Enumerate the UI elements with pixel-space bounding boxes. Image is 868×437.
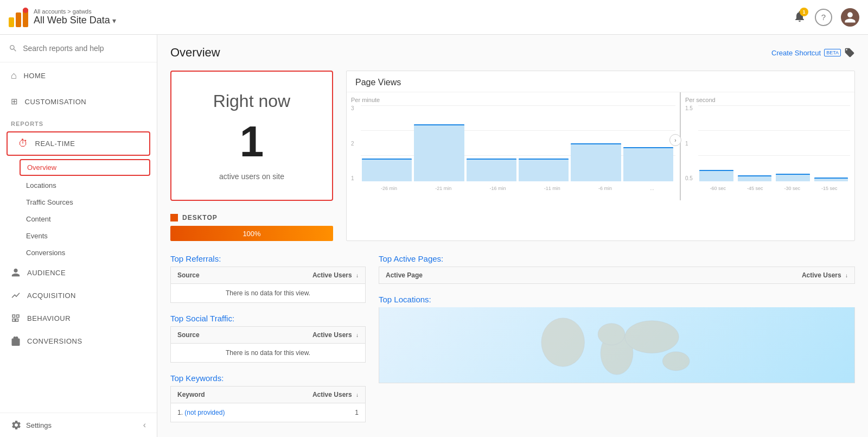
- x-label-dots: ...: [650, 186, 654, 191]
- keyword-num: 1. (not provided): [171, 403, 269, 422]
- ga-logo: [9, 8, 28, 27]
- bar-1: [362, 159, 412, 181]
- x-label-21: -21 min: [435, 186, 451, 191]
- world-map: [379, 307, 854, 383]
- header-right: 1 ?: [793, 8, 859, 27]
- bar-2: [414, 124, 464, 181]
- social-table: Source Active Users ↓ There is no data f…: [170, 326, 366, 363]
- top-referrals-section: Top Referrals: Source Active Users ↓: [170, 254, 366, 303]
- locations-label: Locations: [26, 181, 56, 189]
- help-button[interactable]: ?: [815, 9, 832, 26]
- x-sec-15: -15 sec: [821, 186, 838, 191]
- right-now-title: Right now: [213, 91, 290, 111]
- settings-label: Settings: [26, 421, 52, 429]
- per-minute-label: Per minute: [351, 97, 675, 103]
- sidebar-item-overview[interactable]: Overview: [20, 159, 150, 176]
- svg-point-6: [625, 321, 679, 353]
- per-second-canvas: 1.5 1 0.5: [685, 105, 850, 192]
- create-shortcut-button[interactable]: Create Shortcut BETA: [771, 47, 855, 58]
- desktop-bar: 100%: [170, 226, 333, 241]
- sidebar-item-locations[interactable]: Locations: [0, 177, 157, 194]
- header: All accounts > gatwds All Web Site Data …: [0, 0, 868, 35]
- keywords-sort-icon[interactable]: ↓: [356, 392, 359, 398]
- page-views-chart: Page Views Per minute 3 2 1: [346, 71, 855, 241]
- x-labels-minute: -26 min -21 min -16 min -11 min -6 min .…: [362, 186, 673, 191]
- x-labels-second: -60 sec -45 sec -30 sec -15 sec: [699, 186, 848, 191]
- top-social-title: Top Social Traffic:: [170, 314, 366, 323]
- keywords-keyword-col: Keyword: [171, 387, 269, 403]
- x-label-6: -6 min: [598, 186, 612, 191]
- conversions-label: Conversions: [26, 249, 65, 257]
- collapse-icon[interactable]: ‹: [143, 420, 146, 430]
- keyword-value[interactable]: (not provided): [184, 409, 225, 416]
- bar-4: [519, 159, 569, 181]
- svg-point-3: [23, 8, 28, 13]
- search-input[interactable]: [23, 44, 148, 53]
- keyword-users: 1: [269, 403, 366, 422]
- sidebar-item-customisation[interactable]: ⊞ CUSTOMISATION: [0, 89, 157, 114]
- content-label: Content: [26, 215, 51, 223]
- y-label-0.5: 0.5: [685, 175, 697, 181]
- sidebar-item-events[interactable]: Events: [0, 227, 157, 244]
- help-icon: ?: [821, 12, 826, 22]
- active-pages-sort-icon[interactable]: ↓: [845, 273, 848, 278]
- sidebar-item-conversions-main[interactable]: CONVERSIONS: [0, 330, 157, 352]
- x-label-26: -26 min: [381, 186, 397, 191]
- top-referrals-title: Top Referrals:: [170, 254, 366, 263]
- top-section: Right now 1 active users on site DESKTOP…: [170, 71, 855, 241]
- desktop-label-row: DESKTOP: [170, 214, 333, 221]
- bottom-section: Top Referrals: Source Active Users ↓: [170, 254, 855, 422]
- active-pages-table: Active Page Active Users ↓: [379, 267, 855, 284]
- main-layout: ⌂ HOME ⊞ CUSTOMISATION Reports ⏱ REAL-TI…: [0, 35, 868, 437]
- active-page-col: Active Page: [379, 267, 597, 284]
- conversions-icon: [11, 336, 21, 346]
- minute-bars: [362, 105, 673, 181]
- overview-label: Overview: [27, 163, 56, 172]
- bar-6: [623, 147, 673, 181]
- x-sec-30: -30 sec: [784, 186, 800, 191]
- sec-bar-4: [814, 178, 848, 181]
- referrals-sort-icon[interactable]: ↓: [356, 273, 359, 278]
- chart-title: Page Views: [347, 78, 854, 87]
- sidebar-item-behaviour[interactable]: BEHAVIOUR: [0, 307, 157, 330]
- referrals-no-data: There is no data for this view.: [171, 284, 366, 303]
- desktop-percent: 100%: [242, 230, 260, 238]
- reports-section-label: Reports: [0, 114, 157, 129]
- bar-5: [571, 143, 621, 181]
- sidebar-item-audience[interactable]: AUDIENCE: [0, 261, 157, 284]
- sidebar-item-conversions[interactable]: Conversions: [0, 244, 157, 261]
- sec-bar-3: [776, 174, 810, 181]
- per-minute-chart: Per minute 3 2 1: [347, 92, 681, 200]
- audience-label: AUDIENCE: [27, 269, 66, 277]
- sidebar-settings[interactable]: Settings ‹: [0, 413, 157, 437]
- dropdown-arrow-icon[interactable]: ▾: [112, 16, 116, 25]
- map-container: [379, 307, 855, 383]
- chart-inner: Per minute 3 2 1: [347, 92, 854, 200]
- y-label-3: 3: [351, 105, 361, 111]
- top-locations-title: Top Locations:: [379, 295, 855, 304]
- per-second-chart: Per second 1.5 1 0.5: [681, 92, 854, 200]
- sidebar-item-home[interactable]: ⌂ HOME: [0, 62, 157, 89]
- search-bar[interactable]: [0, 35, 157, 62]
- page-header: Overview Create Shortcut BETA: [170, 46, 855, 60]
- keywords-table: Keyword Active Users ↓ 1. (not provided)…: [170, 386, 366, 422]
- sidebar-item-traffic-sources[interactable]: Traffic Sources: [0, 194, 157, 211]
- active-users-col: Active Users ↓: [597, 267, 854, 284]
- left-tables: Top Referrals: Source Active Users ↓: [170, 254, 366, 422]
- top-social-section: Top Social Traffic: Source Active Users …: [170, 314, 366, 363]
- table-row: 1. (not provided) 1: [171, 403, 366, 422]
- top-active-pages-section: Top Active Pages: Active Page Active Use…: [379, 254, 855, 284]
- social-sort-icon[interactable]: ↓: [356, 332, 359, 338]
- social-users-col: Active Users ↓: [243, 327, 365, 344]
- chart-expand-arrow[interactable]: ›: [669, 134, 681, 146]
- page-title: Overview: [170, 46, 220, 60]
- referrals-source-col: Source: [171, 267, 244, 284]
- sidebar-item-acquisition[interactable]: ACQUISITION: [0, 284, 157, 307]
- sidebar-item-content[interactable]: Content: [0, 211, 157, 227]
- user-avatar[interactable]: [841, 8, 859, 27]
- bell-button[interactable]: 1: [793, 10, 806, 24]
- referrals-table: Source Active Users ↓ There is no data f…: [170, 267, 366, 303]
- header-title-row[interactable]: All Web Site Data ▾: [34, 15, 116, 26]
- header-title-area: All accounts > gatwds All Web Site Data …: [34, 8, 116, 26]
- sidebar-item-realtime[interactable]: ⏱ REAL-TIME: [7, 131, 150, 156]
